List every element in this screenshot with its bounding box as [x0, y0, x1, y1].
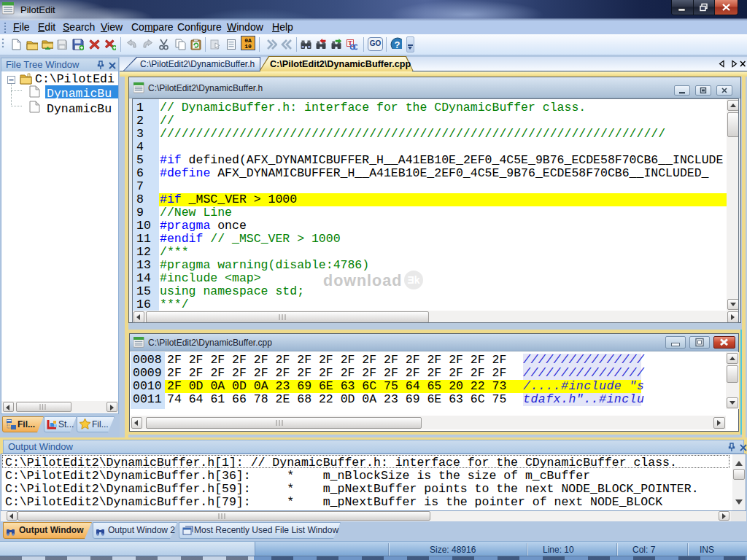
svg-text:?: ?: [395, 39, 400, 50]
